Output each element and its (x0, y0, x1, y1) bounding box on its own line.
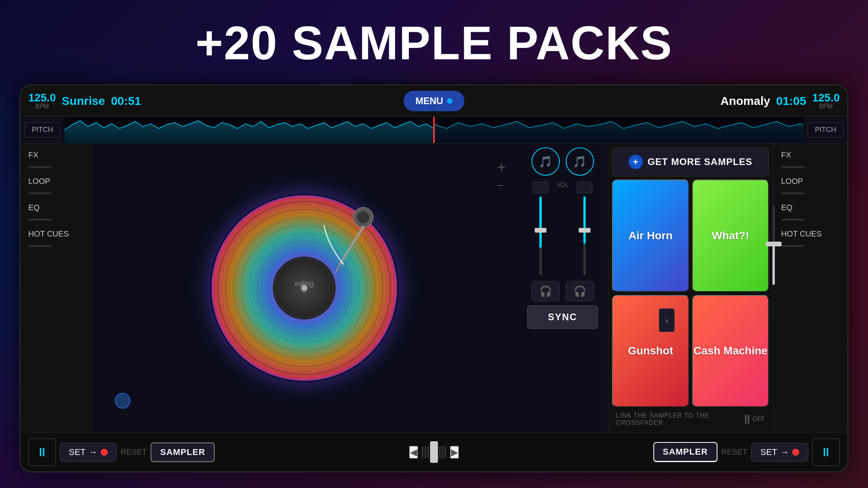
arrow-right-right-icon: → (780, 447, 789, 457)
cue-point-dot[interactable] (115, 393, 131, 409)
music-note-right-icon: 🎵 (573, 155, 587, 168)
left-volume-fader[interactable] (539, 196, 542, 275)
sample-pad-cash-machine[interactable]: Cash Machine (692, 295, 769, 407)
right-waveform (435, 117, 804, 143)
right-set-label: SET (760, 447, 777, 457)
header-left: 125.0 BPM Sunrise 00:51 (28, 92, 404, 110)
toggle-bar-2 (748, 415, 749, 424)
left-loop-slider[interactable] (28, 193, 52, 194)
right-waveform-svg (435, 117, 804, 143)
vinyl-record[interactable]: edjing (210, 194, 399, 382)
left-pause-button[interactable]: ⏸ (28, 438, 56, 466)
right-record-dot (792, 449, 799, 456)
menu-button[interactable]: MENU (404, 91, 465, 111)
right-pause-button[interactable]: ⏸ (812, 438, 840, 466)
sampler-next-arrow[interactable]: › (659, 308, 675, 332)
right-headphone-button[interactable]: 🎧 (566, 281, 594, 301)
sample-pad-what[interactable]: What?! (692, 180, 769, 292)
sync-button[interactable]: SYNC (527, 305, 598, 329)
off-label: OFF (752, 416, 765, 423)
right-loop-slider[interactable] (781, 193, 805, 194)
center-crossfader: ◀ ▶ (301, 441, 567, 463)
page-title: +20 SAMPLE PACKS (195, 16, 672, 70)
turntable-area: + − (91, 143, 517, 432)
playhead-marker (433, 117, 435, 143)
crossfader-link-info: LINK THE SAMPLER TO THE CROSSFADER OFF (612, 410, 769, 428)
left-set-button[interactable]: SET → (60, 443, 117, 462)
headphone-buttons: 🎧 🎧 (531, 281, 594, 301)
left-fx-slider[interactable] (28, 166, 52, 168)
left-reset-button[interactable]: RESET (121, 448, 147, 457)
sampler-panel: + GET MORE SAMPLES Air Horn What?! Gunsh… (608, 143, 773, 432)
header-right: Anomaly 01:05 125.0 BPM (464, 92, 840, 110)
crossfader-off-toggle[interactable]: OFF (745, 415, 765, 424)
right-sampler-button[interactable]: SAMPLER (653, 442, 717, 462)
cf-tick-3 (427, 446, 429, 459)
left-panel: FX LOOP EQ HOT CUES (20, 143, 91, 432)
left-sampler-button[interactable]: SAMPLER (151, 442, 215, 462)
left-bpm-value: 125.0 (28, 92, 56, 103)
left-fx-button[interactable]: FX (26, 147, 85, 163)
left-channel-fader (533, 182, 548, 275)
right-fx-button[interactable]: FX (779, 147, 842, 163)
left-loop-button[interactable]: LOOP (26, 174, 85, 189)
right-set-button[interactable]: SET → (751, 443, 808, 462)
left-eq-button[interactable]: EQ (26, 200, 85, 215)
left-eq-slider[interactable] (28, 219, 52, 220)
left-pitch-button[interactable]: PITCH (24, 122, 61, 138)
pitch-plus-button[interactable]: + (497, 159, 506, 176)
pitch-minus-button[interactable]: − (497, 179, 504, 192)
sample-pad-gunshot[interactable]: Gunshot (612, 295, 689, 407)
pause-right-icon: ⏸ (820, 446, 832, 459)
right-panel: FX LOOP EQ HOT CUES (773, 143, 848, 432)
music-note-left-icon: 🎵 (539, 155, 552, 168)
left-waveform-svg: // Generate waveform bars inline via CSS… (64, 117, 433, 143)
waveform-bar: PITCH // Generate waveform bars inline v… (20, 117, 848, 143)
right-bpm-display: 125.0 BPM (812, 92, 840, 110)
right-channel-fader (577, 182, 592, 275)
crossfader-right-arrow-button[interactable]: ▶ (450, 446, 459, 459)
right-loop-button[interactable]: LOOP (779, 174, 842, 189)
left-bpm-display: 125.0 BPM (28, 92, 56, 110)
right-fader-handle[interactable] (579, 228, 590, 233)
get-more-samples-button[interactable]: + GET MORE SAMPLES (612, 147, 769, 176)
left-hot-cues-button[interactable]: HOT CUES (26, 226, 85, 242)
right-bpm-value: 125.0 (812, 92, 840, 103)
mixer-center: 🎵 🎵 VOL (517, 143, 608, 432)
crossfader-left-arrow-button[interactable]: ◀ (409, 446, 418, 459)
svg-point-16 (357, 211, 369, 223)
pause-left-icon: ⏸ (36, 446, 48, 459)
right-eq-slider[interactable] (781, 219, 805, 220)
svg-line-17 (340, 227, 363, 264)
left-bpm-label: BPM (28, 103, 56, 110)
right-hot-cues-slider[interactable] (781, 245, 805, 247)
right-eq-button[interactable]: EQ (779, 200, 842, 215)
tonearm-svg (316, 205, 375, 284)
right-reset-button[interactable]: RESET (721, 448, 748, 457)
left-fader-handle[interactable] (535, 228, 546, 233)
crossfader-slider[interactable] (422, 441, 446, 463)
cf-tick-5 (442, 446, 443, 459)
header-bar: 125.0 BPM Sunrise 00:51 MENU Anomaly 01:… (20, 85, 848, 117)
left-headphone-button[interactable]: 🎧 (531, 281, 560, 301)
menu-label: MENU (416, 95, 443, 106)
left-waveform: // Generate waveform bars inline via CSS… (64, 117, 433, 143)
left-set-label: SET (69, 447, 86, 457)
dj-device: 125.0 BPM Sunrise 00:51 MENU Anomaly 01:… (20, 84, 848, 472)
right-volume-fader[interactable] (583, 196, 586, 275)
right-track-name: Anomaly (721, 94, 771, 108)
sampler-volume-fader[interactable] (772, 206, 775, 285)
svg-point-13 (301, 285, 307, 291)
headphone-left-icon: 🎧 (539, 285, 552, 297)
right-time-display: 01:05 (776, 94, 806, 108)
right-headphone-cue-button[interactable]: 🎵 (566, 147, 594, 176)
right-pitch-button[interactable]: PITCH (807, 122, 844, 138)
menu-dot-indicator (447, 98, 452, 104)
right-hot-cues-button[interactable]: HOT CUES (779, 226, 842, 242)
right-fx-slider[interactable] (781, 166, 805, 168)
sampler-fader-handle[interactable] (766, 242, 782, 246)
left-hot-cues-slider[interactable] (28, 245, 52, 247)
left-headphone-cue-button[interactable]: 🎵 (531, 147, 560, 176)
crossfader-handle[interactable] (430, 441, 438, 463)
sample-pad-air-horn[interactable]: Air Horn (612, 180, 689, 292)
